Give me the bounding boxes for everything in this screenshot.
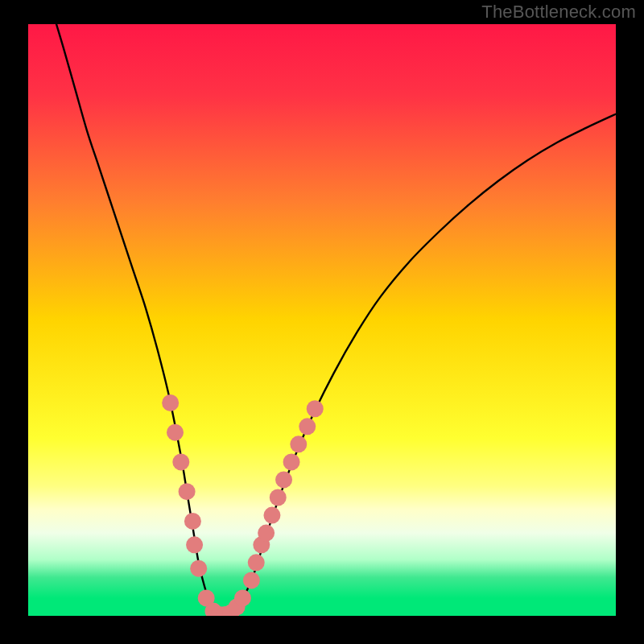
data-point (179, 483, 196, 500)
plot-area (28, 24, 616, 616)
watermark-text: TheBottleneck.com (481, 2, 636, 23)
data-point (275, 471, 292, 488)
data-point (190, 560, 207, 577)
chart-root: TheBottleneck.com (0, 0, 644, 644)
data-point (270, 489, 287, 506)
data-point (186, 536, 203, 553)
data-point (299, 418, 316, 435)
data-point (258, 525, 275, 542)
data-point (243, 572, 260, 588)
data-point (263, 507, 280, 524)
plot-svg (28, 24, 616, 616)
data-point (162, 394, 179, 411)
data-point (167, 424, 184, 441)
data-point (172, 453, 189, 470)
data-point (283, 453, 300, 470)
data-point (290, 436, 307, 452)
data-point (184, 513, 201, 530)
data-point (248, 554, 265, 571)
data-point (307, 400, 324, 417)
gradient-background (28, 24, 616, 616)
data-point (234, 589, 251, 606)
